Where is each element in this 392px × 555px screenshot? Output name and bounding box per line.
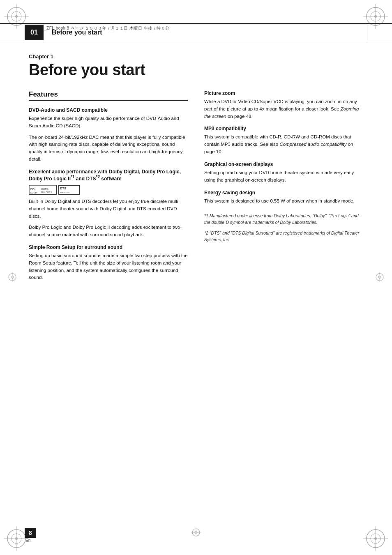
two-column-layout: Features DVD-Audio and SACD compatible E… xyxy=(29,90,363,286)
chapter-header-title: Before you start xyxy=(52,29,102,36)
header-bottom-line xyxy=(0,42,392,42)
section-heading-room-setup: Simple Room Setup for surround sound xyxy=(29,244,188,250)
bottom-center-cross xyxy=(191,527,201,539)
header-top-line xyxy=(0,23,392,24)
chapter-title-bar: Before you start xyxy=(44,25,367,40)
room-setup-text: Setting up basic surround sound is made … xyxy=(29,252,188,281)
features-heading: Features xyxy=(29,90,188,101)
main-content: Chapter 1 Before you start Features DVD-… xyxy=(29,53,363,522)
svg-text:DD: DD xyxy=(30,188,35,191)
mid-cross-left xyxy=(7,272,17,283)
graphical-text: Setting up and using your DVD home theat… xyxy=(204,169,363,184)
svg-text:SURROUND: SURROUND xyxy=(60,191,70,193)
chapter-header: 01 Before you start xyxy=(0,23,392,42)
chapter-number: 01 xyxy=(25,25,44,40)
energy-text: This system is designed to use 0.55 W of… xyxy=(204,198,363,205)
dolby-dts-text-1: Built-in Dolby Digital and DTS decoders … xyxy=(29,198,188,220)
chapter-big-title: Before you start xyxy=(29,61,363,79)
section-heading-picture-zoom: Picture zoom xyxy=(204,90,363,96)
section-heading-dolby-dts: Excellent audio performance with Dolby D… xyxy=(29,169,188,182)
dolby-dts-text-2: Dolby Pro Logic and Dolby Pro Logic II d… xyxy=(29,224,188,239)
page-number-area: 8 En xyxy=(25,528,36,543)
section-heading-energy: Energy saving design xyxy=(204,190,363,196)
page-lang: En xyxy=(25,538,30,543)
dts-logo: DTS SURROUND xyxy=(58,185,80,195)
section-heading-graphical: Graphical on-screen displays xyxy=(204,161,363,167)
left-column: Features DVD-Audio and SACD compatible E… xyxy=(29,90,188,286)
svg-text:DTS: DTS xyxy=(60,187,66,190)
svg-text:DOLBY: DOLBY xyxy=(30,191,38,194)
section-heading-dvd-sacd: DVD-Audio and SACD compatible xyxy=(29,107,188,113)
mid-cross-right xyxy=(375,272,385,283)
section-heading-mp3: MP3 compatibility xyxy=(204,126,363,131)
mp3-text: This system is compatible with CD-R, CD-… xyxy=(204,134,363,155)
svg-text:DIGITAL: DIGITAL xyxy=(41,188,48,190)
corner-decoration-br xyxy=(363,526,388,551)
page-number: 8 xyxy=(25,528,36,538)
dvd-sacd-text-2: The on-board 24-bit/192kHz DAC means tha… xyxy=(29,134,188,163)
svg-text:PROLOGIC II: PROLOGIC II xyxy=(41,191,52,193)
right-column: Picture zoom While a DVD or Video CD/Sup… xyxy=(204,90,363,286)
logos-area: DD DOLBY DIGITAL PROLOGIC II DTS SURROUN… xyxy=(29,185,188,195)
picture-zoom-text: While a DVD or Video CD/Super VCD is pla… xyxy=(204,98,363,120)
bottom-line xyxy=(0,524,392,524)
footnote-2: *2 "DTS" and "DTS Digital Surround" are … xyxy=(204,230,363,243)
footnotes: *1 Manufactured under license from Dolby… xyxy=(204,213,363,243)
dvd-sacd-text-1: Experience the super high-quality audio … xyxy=(29,115,188,130)
dolby-logo: DD DOLBY DIGITAL PROLOGIC II xyxy=(29,185,57,195)
footnote-1: *1 Manufactured under license from Dolby… xyxy=(204,213,363,226)
chapter-label: Chapter 1 xyxy=(29,53,363,60)
